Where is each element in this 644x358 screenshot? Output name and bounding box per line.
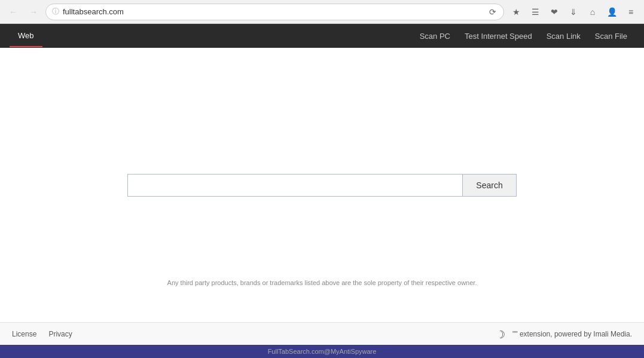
address-bar-wrap: ⓘ ⟳ (45, 4, 504, 20)
browser-toolbar: ← → ⓘ ⟳ ★ ☰ ❤ ⇓ ⌂ 👤 ≡ (0, 0, 644, 24)
powered-by-text: "" extension, powered by Imali Media. (512, 330, 632, 338)
bottom-bar: FullTabSearch.com@MyAntiSpyware (0, 345, 644, 358)
back-button[interactable]: ← (5, 4, 22, 20)
forward-button[interactable]: → (25, 4, 42, 20)
license-link[interactable]: License (12, 330, 36, 338)
search-button[interactable]: Search (462, 174, 516, 197)
search-form: Search (127, 174, 516, 197)
info-icon: ⓘ (52, 7, 59, 17)
site-nav: Web Scan PC Test Internet Speed Scan Lin… (0, 24, 644, 48)
main-content: Search Any third party products, brands … (0, 48, 644, 322)
site-footer: License Privacy ☽ "" extension, powered … (0, 322, 644, 345)
bookmark-star-button[interactable]: ★ (508, 4, 524, 20)
footer-links: License Privacy (12, 330, 72, 338)
reading-list-button[interactable]: ☰ (527, 4, 544, 20)
toolbar-icons: ★ ☰ ❤ ⇓ ⌂ 👤 ≡ (508, 4, 639, 20)
moon-icon: ☽ (496, 328, 508, 340)
nav-tab-web[interactable]: Web (10, 25, 42, 47)
nav-link-scan-link[interactable]: Scan Link (539, 26, 588, 47)
sync-button[interactable]: 👤 (603, 4, 620, 20)
home-button[interactable]: ⌂ (584, 4, 601, 20)
footer-right: ☽ "" extension, powered by Imali Media. (496, 328, 632, 340)
nav-link-scan-pc[interactable]: Scan PC (413, 26, 457, 47)
menu-button[interactable]: ≡ (622, 4, 639, 20)
privacy-link[interactable]: Privacy (48, 330, 72, 338)
reload-button[interactable]: ⟳ (488, 6, 498, 18)
pocket-button[interactable]: ❤ (546, 4, 563, 20)
nav-link-scan-file[interactable]: Scan File (588, 26, 634, 47)
nav-link-test-speed[interactable]: Test Internet Speed (457, 26, 539, 47)
search-input[interactable] (127, 174, 462, 197)
bottom-bar-text: FullTabSearch.com@MyAntiSpyware (268, 348, 377, 355)
address-bar[interactable] (63, 7, 484, 16)
download-button[interactable]: ⇓ (565, 4, 582, 20)
footer-disclaimer: Any third party products, brands or trad… (0, 279, 644, 286)
